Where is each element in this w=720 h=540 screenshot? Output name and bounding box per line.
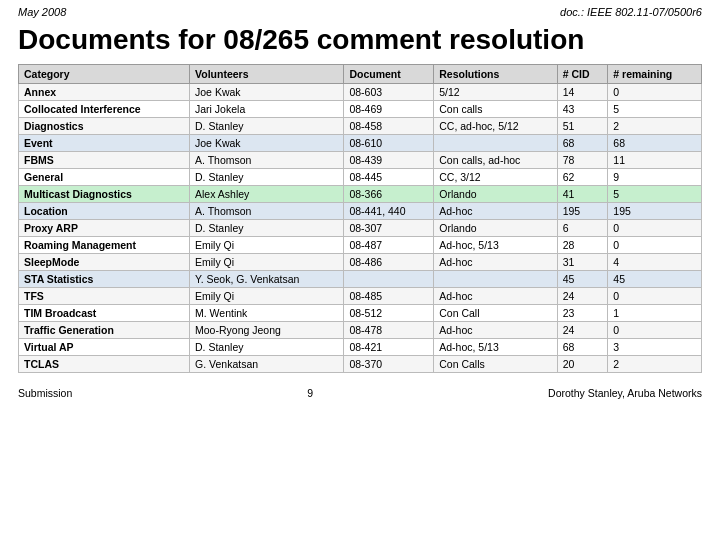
table-cell: 6: [557, 220, 608, 237]
table-cell: Diagnostics: [19, 118, 190, 135]
page-title: Documents for 08/265 comment resolution: [0, 20, 720, 64]
table-cell: Proxy ARP: [19, 220, 190, 237]
table-col-header: Document: [344, 65, 434, 84]
table-cell: 43: [557, 101, 608, 118]
table-cell: 08-486: [344, 254, 434, 271]
table-cell: 4: [608, 254, 702, 271]
table-cell: 08-445: [344, 169, 434, 186]
table-cell: 2: [608, 118, 702, 135]
table-cell: Con calls, ad-hoc: [434, 152, 557, 169]
table-row: EventJoe Kwak08-6106868: [19, 135, 702, 152]
table-cell: 23: [557, 305, 608, 322]
table-cell: Ad-hoc: [434, 203, 557, 220]
table-cell: G. Venkatsan: [190, 356, 344, 373]
table-cell: 24: [557, 288, 608, 305]
footer-right: Dorothy Stanley, Aruba Networks: [548, 387, 702, 399]
table-cell: 2: [608, 356, 702, 373]
table-cell: Collocated Interference: [19, 101, 190, 118]
table-cell: 20: [557, 356, 608, 373]
table-cell: 5: [608, 186, 702, 203]
table-cell: 24: [557, 322, 608, 339]
table-cell: Emily Qi: [190, 237, 344, 254]
table-col-header: # remaining: [608, 65, 702, 84]
table-cell: 45: [608, 271, 702, 288]
table-cell: 31: [557, 254, 608, 271]
header-bar: May 2008 doc.: IEEE 802.11-07/0500r6: [0, 0, 720, 20]
table-col-header: Resolutions: [434, 65, 557, 84]
table-cell: D. Stanley: [190, 118, 344, 135]
table-cell: 08-487: [344, 237, 434, 254]
table-cell: 68: [608, 135, 702, 152]
table-cell: 0: [608, 237, 702, 254]
table-cell: 08-469: [344, 101, 434, 118]
table-cell: 5/12: [434, 84, 557, 101]
table-cell: 51: [557, 118, 608, 135]
table-cell: 08-307: [344, 220, 434, 237]
table-cell: 195: [557, 203, 608, 220]
table-cell: A. Thomson: [190, 203, 344, 220]
table-cell: 1: [608, 305, 702, 322]
table-cell: General: [19, 169, 190, 186]
table-cell: Ad-hoc: [434, 254, 557, 271]
table-cell: Multicast Diagnostics: [19, 186, 190, 203]
table-row: TIM BroadcastM. Wentink08-512Con Call231: [19, 305, 702, 322]
header-right: doc.: IEEE 802.11-07/0500r6: [560, 6, 702, 18]
table-cell: CC, ad-hoc, 5/12: [434, 118, 557, 135]
table-cell: 0: [608, 288, 702, 305]
table-cell: D. Stanley: [190, 339, 344, 356]
table-cell: 195: [608, 203, 702, 220]
table-cell: TFS: [19, 288, 190, 305]
table-cell: Y. Seok, G. Venkatsan: [190, 271, 344, 288]
table-row: Virtual APD. Stanley08-421Ad-hoc, 5/1368…: [19, 339, 702, 356]
table-cell: 08-610: [344, 135, 434, 152]
table-cell: 62: [557, 169, 608, 186]
table-row: Collocated InterferenceJari Jokela08-469…: [19, 101, 702, 118]
table-cell: Ad-hoc, 5/13: [434, 237, 557, 254]
table-cell: 0: [608, 220, 702, 237]
table-cell: Emily Qi: [190, 288, 344, 305]
table-cell: [434, 135, 557, 152]
table-cell: 0: [608, 322, 702, 339]
table-cell: Roaming Management: [19, 237, 190, 254]
table-cell: 08-485: [344, 288, 434, 305]
table-row: Proxy ARPD. Stanley08-307Orlando60: [19, 220, 702, 237]
table-cell: TIM Broadcast: [19, 305, 190, 322]
table-row: AnnexJoe Kwak08-6035/12140: [19, 84, 702, 101]
table-cell: Virtual AP: [19, 339, 190, 356]
table-col-header: # CID: [557, 65, 608, 84]
table-cell: TCLAS: [19, 356, 190, 373]
table-cell: 0: [608, 84, 702, 101]
table-row: FBMSA. Thomson08-439Con calls, ad-hoc781…: [19, 152, 702, 169]
table-cell: Moo-Ryong Jeong: [190, 322, 344, 339]
table-cell: 28: [557, 237, 608, 254]
table-row: GeneralD. Stanley08-445CC, 3/12629: [19, 169, 702, 186]
table-cell: 08-441, 440: [344, 203, 434, 220]
table-cell: A. Thomson: [190, 152, 344, 169]
table-row: LocationA. Thomson08-441, 440Ad-hoc19519…: [19, 203, 702, 220]
table-cell: 3: [608, 339, 702, 356]
table-col-header: Volunteers: [190, 65, 344, 84]
table-col-header: Category: [19, 65, 190, 84]
table-cell: 9: [608, 169, 702, 186]
table-cell: Annex: [19, 84, 190, 101]
table-cell: Con calls: [434, 101, 557, 118]
table-cell: Joe Kwak: [190, 135, 344, 152]
table-cell: 08-458: [344, 118, 434, 135]
table-row: Traffic GenerationMoo-Ryong Jeong08-478A…: [19, 322, 702, 339]
table-cell: 08-512: [344, 305, 434, 322]
header-left: May 2008: [18, 6, 66, 18]
table-cell: 08-370: [344, 356, 434, 373]
table-cell: M. Wentink: [190, 305, 344, 322]
table-cell: Orlando: [434, 220, 557, 237]
table-row: Roaming ManagementEmily Qi08-487Ad-hoc, …: [19, 237, 702, 254]
table-row: DiagnosticsD. Stanley08-458CC, ad-hoc, 5…: [19, 118, 702, 135]
table-cell: [344, 271, 434, 288]
table-cell: D. Stanley: [190, 220, 344, 237]
table-cell: FBMS: [19, 152, 190, 169]
table-cell: STA Statistics: [19, 271, 190, 288]
table-cell: 08-603: [344, 84, 434, 101]
table-cell: Joe Kwak: [190, 84, 344, 101]
table-cell: Jari Jokela: [190, 101, 344, 118]
table-cell: 11: [608, 152, 702, 169]
table-cell: [434, 271, 557, 288]
